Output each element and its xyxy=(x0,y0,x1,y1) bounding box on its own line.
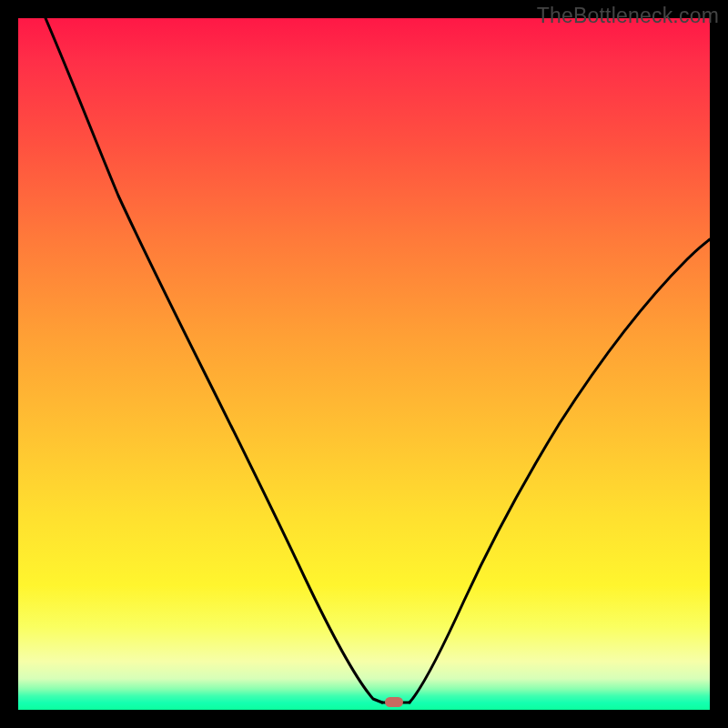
watermark-text: TheBottleneck.com xyxy=(537,4,719,28)
optimal-marker xyxy=(385,697,403,707)
chart-canvas: TheBottleneck.com xyxy=(0,0,728,728)
bottleneck-curve xyxy=(18,18,710,710)
plot-area xyxy=(18,18,710,710)
